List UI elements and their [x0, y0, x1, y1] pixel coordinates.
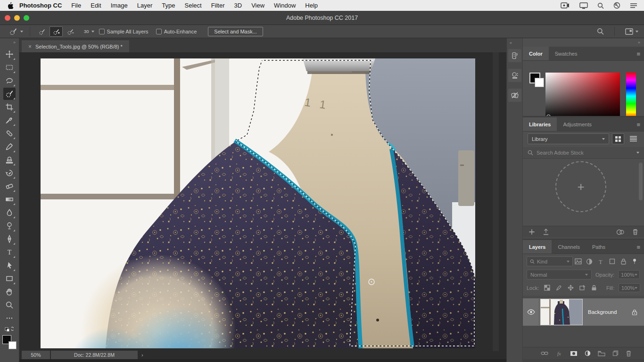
layer-filter-toggle[interactable] — [629, 258, 640, 265]
library-select[interactable]: Library — [528, 133, 609, 144]
menu-file[interactable]: File — [66, 2, 86, 9]
layer-filter-kind-select[interactable]: Kind — [527, 256, 573, 266]
menu-photoshop[interactable]: Photoshop CC — [17, 2, 66, 9]
history-brush-tool[interactable] — [3, 167, 16, 179]
auto-enhance-checkbox[interactable]: Auto-Enhance — [156, 29, 197, 34]
library-scrollbar[interactable] — [639, 163, 643, 200]
libraries-panel-icon[interactable] — [508, 89, 521, 102]
color-swatch-pair[interactable] — [529, 73, 545, 89]
menu-layer[interactable]: Layer — [132, 2, 157, 9]
path-selection-tool[interactable] — [3, 259, 16, 272]
filter-shape-layers-icon[interactable] — [606, 258, 618, 264]
tab-adjustments[interactable]: Adjustments — [557, 117, 598, 131]
saturation-brightness-picker[interactable] — [545, 73, 620, 120]
keychain-icon[interactable] — [613, 2, 620, 9]
menu-window[interactable]: Window — [269, 2, 300, 9]
tab-layers[interactable]: Layers — [523, 240, 552, 254]
library-drop-zone[interactable]: + — [523, 159, 644, 226]
gradient-tool[interactable] — [3, 193, 16, 206]
display-icon[interactable] — [579, 2, 588, 9]
background-color-swatch[interactable] — [8, 341, 17, 349]
add-to-selection-mode-button[interactable] — [50, 26, 63, 37]
lasso-tool[interactable] — [3, 74, 16, 87]
fill-value-field[interactable]: 100% — [619, 283, 640, 292]
screen-record-icon[interactable] — [561, 2, 570, 8]
upload-library-button[interactable] — [543, 229, 549, 235]
canvas[interactable]: 1 1 — [41, 58, 475, 348]
layer-row-background[interactable]: Background — [523, 298, 644, 326]
tab-libraries[interactable]: Libraries — [523, 117, 557, 131]
hand-tool[interactable] — [3, 286, 16, 298]
menu-edit[interactable]: Edit — [86, 2, 106, 9]
filter-adjustment-layers-icon[interactable] — [584, 258, 595, 265]
collapse-panels-icon[interactable] — [523, 38, 644, 47]
spot-healing-brush-tool[interactable] — [3, 127, 16, 140]
hue-strip[interactable] — [626, 73, 636, 120]
blur-tool[interactable] — [3, 206, 16, 219]
apple-logo-icon[interactable] — [8, 2, 14, 9]
close-window-button[interactable] — [5, 15, 10, 21]
add-layer-mask-button[interactable] — [570, 351, 578, 356]
tab-channels[interactable]: Channels — [552, 240, 586, 254]
layer-name[interactable]: Background — [588, 309, 632, 315]
search-icon[interactable] — [597, 28, 604, 35]
menu-filter[interactable]: Filter — [206, 2, 230, 9]
opacity-value-field[interactable]: 100% — [618, 270, 640, 279]
menu-3d[interactable]: 3D — [230, 2, 247, 9]
lock-transparency-icon[interactable] — [543, 285, 551, 291]
subtract-from-selection-mode-button[interactable] — [64, 26, 77, 37]
lock-position-icon[interactable] — [567, 285, 574, 291]
layer-thumbnail[interactable] — [541, 299, 582, 325]
document-tab[interactable]: × Selection_Tools.jpg @ 50% (RGB/8) * — [22, 41, 129, 52]
delete-library-item-button[interactable] — [632, 229, 638, 235]
menu-view[interactable]: View — [247, 2, 269, 9]
filter-type-layers-icon[interactable]: T — [595, 258, 606, 265]
new-library-item-button[interactable] — [528, 229, 535, 235]
panel-menu-icon[interactable] — [636, 50, 640, 58]
eyedropper-tool[interactable] — [3, 114, 16, 126]
expand-panels-icon[interactable]: « — [507, 41, 512, 45]
clone-stamp-tool[interactable] — [3, 154, 16, 166]
checkbox-box[interactable] — [99, 29, 105, 34]
delete-layer-button[interactable] — [626, 350, 632, 357]
pen-tool[interactable] — [3, 233, 16, 245]
lock-artboard-icon[interactable] — [578, 285, 586, 291]
type-tool[interactable]: T — [3, 246, 16, 258]
menu-help[interactable]: Help — [300, 2, 322, 9]
filter-smart-objects-icon[interactable] — [618, 258, 629, 265]
tool-preset-picker[interactable] — [7, 26, 25, 37]
select-and-mask-button[interactable]: Select and Mask... — [208, 27, 263, 36]
layer-style-fx-button[interactable]: fx — [555, 351, 563, 356]
brush-size-picker[interactable]: 30 — [84, 29, 94, 34]
panel-menu-icon[interactable] — [636, 244, 640, 251]
close-document-icon[interactable]: × — [28, 43, 32, 50]
workspace-switcher[interactable] — [625, 28, 638, 35]
crop-tool[interactable] — [3, 101, 16, 113]
spotlight-search-icon[interactable] — [597, 2, 604, 9]
move-tool[interactable] — [3, 48, 16, 60]
list-view-button[interactable] — [627, 133, 639, 144]
new-adjustment-layer-button[interactable] — [585, 350, 591, 356]
edit-toolbar-button[interactable] — [3, 312, 16, 324]
history-panel-icon[interactable] — [508, 49, 521, 62]
creative-cloud-sync-icon[interactable] — [616, 229, 625, 235]
background-color-swatch[interactable] — [535, 78, 544, 87]
blend-mode-select[interactable]: Normal — [527, 270, 592, 280]
default-swap-colors-icon[interactable] — [3, 325, 16, 333]
eraser-tool[interactable] — [3, 180, 16, 192]
rectangular-marquee-tool[interactable] — [3, 61, 16, 74]
panel-menu-icon[interactable] — [636, 121, 640, 128]
lock-pixels-icon[interactable] — [555, 285, 562, 291]
tab-paths[interactable]: Paths — [586, 240, 611, 254]
status-chevron-icon[interactable] — [141, 352, 143, 358]
notification-center-icon[interactable] — [630, 3, 637, 8]
device-preview-panel-icon[interactable] — [508, 69, 521, 82]
tab-color[interactable]: Color — [523, 47, 549, 60]
checkbox-box[interactable] — [156, 29, 162, 34]
zoom-level-field[interactable]: 50% — [22, 351, 50, 359]
sample-all-layers-checkbox[interactable]: Sample All Layers — [99, 29, 149, 34]
new-selection-mode-button[interactable] — [35, 26, 49, 37]
layer-visibility-toggle[interactable] — [523, 298, 539, 326]
minimize-window-button[interactable] — [14, 15, 20, 21]
document-vertical-scrollbar[interactable] — [492, 52, 499, 351]
